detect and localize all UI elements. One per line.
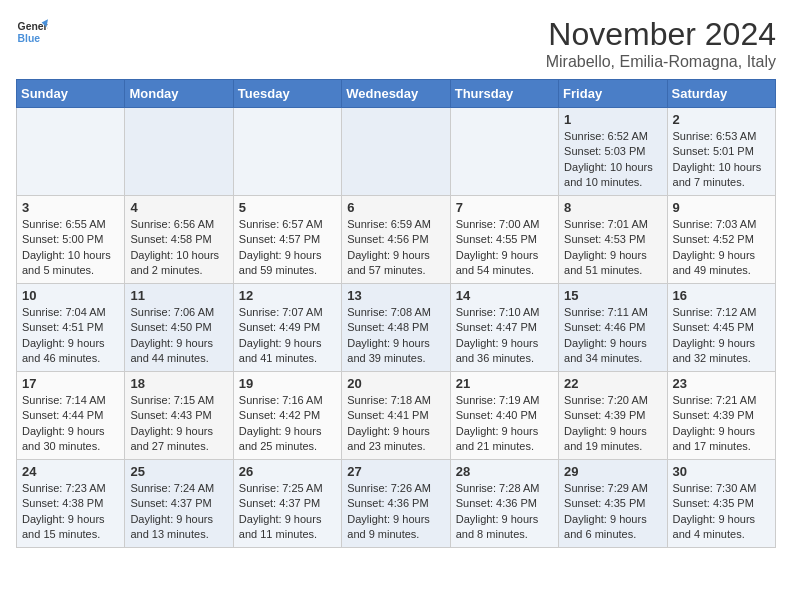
weekday-header: Friday — [559, 80, 667, 108]
calendar-cell: 30Sunrise: 7:30 AM Sunset: 4:35 PM Dayli… — [667, 460, 775, 548]
calendar-cell: 7Sunrise: 7:00 AM Sunset: 4:55 PM Daylig… — [450, 196, 558, 284]
day-number: 16 — [673, 288, 770, 303]
day-number: 13 — [347, 288, 444, 303]
calendar-cell — [17, 108, 125, 196]
day-info: Sunrise: 7:20 AM Sunset: 4:39 PM Dayligh… — [564, 393, 661, 455]
day-number: 20 — [347, 376, 444, 391]
day-info: Sunrise: 7:08 AM Sunset: 4:48 PM Dayligh… — [347, 305, 444, 367]
day-info: Sunrise: 7:29 AM Sunset: 4:35 PM Dayligh… — [564, 481, 661, 543]
calendar-cell: 16Sunrise: 7:12 AM Sunset: 4:45 PM Dayli… — [667, 284, 775, 372]
calendar-cell: 10Sunrise: 7:04 AM Sunset: 4:51 PM Dayli… — [17, 284, 125, 372]
day-info: Sunrise: 7:04 AM Sunset: 4:51 PM Dayligh… — [22, 305, 119, 367]
location-title: Mirabello, Emilia-Romagna, Italy — [546, 53, 776, 71]
calendar-cell: 6Sunrise: 6:59 AM Sunset: 4:56 PM Daylig… — [342, 196, 450, 284]
day-info: Sunrise: 7:15 AM Sunset: 4:43 PM Dayligh… — [130, 393, 227, 455]
calendar-cell: 17Sunrise: 7:14 AM Sunset: 4:44 PM Dayli… — [17, 372, 125, 460]
calendar-cell: 19Sunrise: 7:16 AM Sunset: 4:42 PM Dayli… — [233, 372, 341, 460]
calendar-cell: 18Sunrise: 7:15 AM Sunset: 4:43 PM Dayli… — [125, 372, 233, 460]
weekday-header: Saturday — [667, 80, 775, 108]
calendar-cell: 11Sunrise: 7:06 AM Sunset: 4:50 PM Dayli… — [125, 284, 233, 372]
weekday-header: Thursday — [450, 80, 558, 108]
day-number: 17 — [22, 376, 119, 391]
calendar-cell: 5Sunrise: 6:57 AM Sunset: 4:57 PM Daylig… — [233, 196, 341, 284]
day-info: Sunrise: 7:11 AM Sunset: 4:46 PM Dayligh… — [564, 305, 661, 367]
calendar-cell: 28Sunrise: 7:28 AM Sunset: 4:36 PM Dayli… — [450, 460, 558, 548]
day-number: 1 — [564, 112, 661, 127]
day-number: 23 — [673, 376, 770, 391]
day-info: Sunrise: 6:55 AM Sunset: 5:00 PM Dayligh… — [22, 217, 119, 279]
calendar-table: SundayMondayTuesdayWednesdayThursdayFrid… — [16, 79, 776, 548]
logo-icon: General Blue — [16, 16, 48, 48]
month-title: November 2024 — [546, 16, 776, 53]
day-number: 18 — [130, 376, 227, 391]
calendar-cell: 23Sunrise: 7:21 AM Sunset: 4:39 PM Dayli… — [667, 372, 775, 460]
day-info: Sunrise: 7:19 AM Sunset: 4:40 PM Dayligh… — [456, 393, 553, 455]
day-number: 9 — [673, 200, 770, 215]
day-number: 22 — [564, 376, 661, 391]
day-info: Sunrise: 7:06 AM Sunset: 4:50 PM Dayligh… — [130, 305, 227, 367]
day-number: 8 — [564, 200, 661, 215]
day-number: 24 — [22, 464, 119, 479]
weekday-header: Sunday — [17, 80, 125, 108]
calendar-cell — [342, 108, 450, 196]
calendar-cell: 2Sunrise: 6:53 AM Sunset: 5:01 PM Daylig… — [667, 108, 775, 196]
day-info: Sunrise: 7:26 AM Sunset: 4:36 PM Dayligh… — [347, 481, 444, 543]
calendar-cell: 29Sunrise: 7:29 AM Sunset: 4:35 PM Dayli… — [559, 460, 667, 548]
day-info: Sunrise: 7:03 AM Sunset: 4:52 PM Dayligh… — [673, 217, 770, 279]
day-info: Sunrise: 7:14 AM Sunset: 4:44 PM Dayligh… — [22, 393, 119, 455]
day-info: Sunrise: 7:10 AM Sunset: 4:47 PM Dayligh… — [456, 305, 553, 367]
calendar-cell: 4Sunrise: 6:56 AM Sunset: 4:58 PM Daylig… — [125, 196, 233, 284]
day-info: Sunrise: 6:57 AM Sunset: 4:57 PM Dayligh… — [239, 217, 336, 279]
day-number: 27 — [347, 464, 444, 479]
calendar-cell: 15Sunrise: 7:11 AM Sunset: 4:46 PM Dayli… — [559, 284, 667, 372]
calendar-cell: 25Sunrise: 7:24 AM Sunset: 4:37 PM Dayli… — [125, 460, 233, 548]
day-number: 30 — [673, 464, 770, 479]
day-number: 25 — [130, 464, 227, 479]
calendar-cell: 24Sunrise: 7:23 AM Sunset: 4:38 PM Dayli… — [17, 460, 125, 548]
day-number: 28 — [456, 464, 553, 479]
day-info: Sunrise: 7:16 AM Sunset: 4:42 PM Dayligh… — [239, 393, 336, 455]
calendar-cell — [450, 108, 558, 196]
day-number: 14 — [456, 288, 553, 303]
day-number: 26 — [239, 464, 336, 479]
day-number: 29 — [564, 464, 661, 479]
day-number: 15 — [564, 288, 661, 303]
day-info: Sunrise: 6:56 AM Sunset: 4:58 PM Dayligh… — [130, 217, 227, 279]
calendar-cell: 13Sunrise: 7:08 AM Sunset: 4:48 PM Dayli… — [342, 284, 450, 372]
day-number: 7 — [456, 200, 553, 215]
day-number: 12 — [239, 288, 336, 303]
weekday-header: Tuesday — [233, 80, 341, 108]
calendar-cell: 14Sunrise: 7:10 AM Sunset: 4:47 PM Dayli… — [450, 284, 558, 372]
day-number: 4 — [130, 200, 227, 215]
title-block: November 2024 Mirabello, Emilia-Romagna,… — [546, 16, 776, 71]
calendar-cell: 27Sunrise: 7:26 AM Sunset: 4:36 PM Dayli… — [342, 460, 450, 548]
day-info: Sunrise: 7:00 AM Sunset: 4:55 PM Dayligh… — [456, 217, 553, 279]
svg-text:Blue: Blue — [18, 33, 41, 44]
day-number: 10 — [22, 288, 119, 303]
day-number: 6 — [347, 200, 444, 215]
day-info: Sunrise: 7:12 AM Sunset: 4:45 PM Dayligh… — [673, 305, 770, 367]
day-info: Sunrise: 7:25 AM Sunset: 4:37 PM Dayligh… — [239, 481, 336, 543]
day-info: Sunrise: 7:07 AM Sunset: 4:49 PM Dayligh… — [239, 305, 336, 367]
day-number: 21 — [456, 376, 553, 391]
weekday-header: Monday — [125, 80, 233, 108]
day-info: Sunrise: 7:28 AM Sunset: 4:36 PM Dayligh… — [456, 481, 553, 543]
day-number: 2 — [673, 112, 770, 127]
logo: General Blue — [16, 16, 48, 48]
day-info: Sunrise: 7:18 AM Sunset: 4:41 PM Dayligh… — [347, 393, 444, 455]
day-number: 11 — [130, 288, 227, 303]
calendar-cell — [125, 108, 233, 196]
page-header: General Blue November 2024 Mirabello, Em… — [16, 16, 776, 71]
weekday-header: Wednesday — [342, 80, 450, 108]
calendar-cell: 8Sunrise: 7:01 AM Sunset: 4:53 PM Daylig… — [559, 196, 667, 284]
day-number: 5 — [239, 200, 336, 215]
calendar-cell: 9Sunrise: 7:03 AM Sunset: 4:52 PM Daylig… — [667, 196, 775, 284]
calendar-cell: 3Sunrise: 6:55 AM Sunset: 5:00 PM Daylig… — [17, 196, 125, 284]
day-number: 19 — [239, 376, 336, 391]
day-info: Sunrise: 6:53 AM Sunset: 5:01 PM Dayligh… — [673, 129, 770, 191]
day-info: Sunrise: 7:23 AM Sunset: 4:38 PM Dayligh… — [22, 481, 119, 543]
day-number: 3 — [22, 200, 119, 215]
calendar-cell: 1Sunrise: 6:52 AM Sunset: 5:03 PM Daylig… — [559, 108, 667, 196]
calendar-header: SundayMondayTuesdayWednesdayThursdayFrid… — [17, 80, 776, 108]
calendar-cell: 20Sunrise: 7:18 AM Sunset: 4:41 PM Dayli… — [342, 372, 450, 460]
